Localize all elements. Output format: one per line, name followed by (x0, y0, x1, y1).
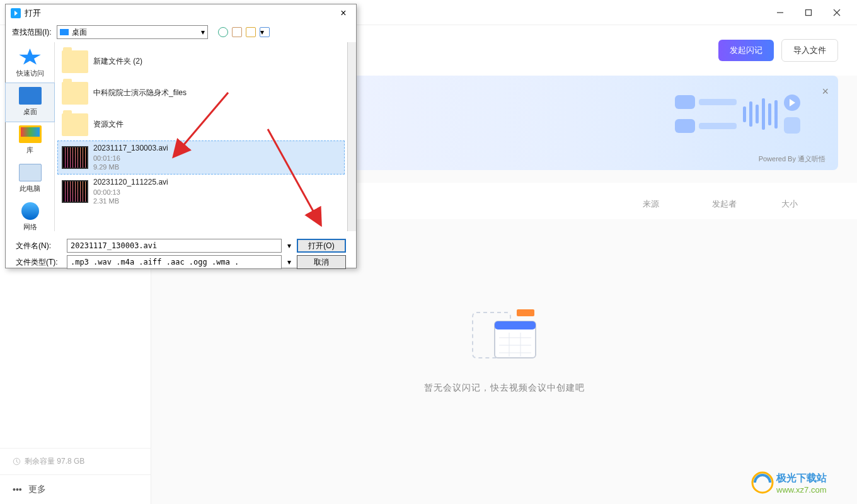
place-quick-access[interactable]: 快速访问 (6, 45, 54, 83)
dlg-app-icon (11, 8, 21, 18)
svg-text:www.xz7.com: www.xz7.com (776, 485, 826, 495)
dialog-titlebar[interactable]: 打开 × (6, 4, 356, 22)
file-item[interactable]: 新建文件夹 (2) (57, 46, 345, 77)
file-name: 新建文件夹 (2) (93, 57, 142, 67)
dlg-places: 快速访问 桌面 库 此电脑 网络 (6, 42, 55, 231)
filetype-label: 文件类型(T): (16, 257, 63, 268)
svg-rect-8 (517, 309, 534, 316)
file-duration: 00:00:13 (93, 188, 168, 197)
filetype-input[interactable] (67, 255, 282, 269)
desktop-icon (60, 29, 69, 35)
file-duration: 00:01:16 (93, 154, 168, 163)
col-initiator: 发起者 (712, 198, 781, 210)
filename-label: 文件名(N): (16, 241, 63, 251)
place-library[interactable]: 库 (6, 122, 54, 160)
place-desktop[interactable]: 桌面 (5, 83, 55, 122)
video-thumb-icon (62, 180, 88, 203)
banner-close-icon[interactable]: × (822, 85, 829, 98)
views-icon[interactable]: ▾ (260, 27, 270, 37)
empty-text: 暂无会议闪记，快去视频会议中创建吧 (151, 382, 857, 394)
open-button[interactable]: 打开(O) (297, 239, 346, 253)
close-button[interactable] (822, 0, 851, 25)
file-name: 资源文件 (93, 120, 124, 130)
lookin-label: 查找范围(I): (12, 27, 52, 38)
minimize-button[interactable] (766, 0, 794, 25)
file-size: 9.29 MB (93, 163, 168, 171)
dialog-title: 打开 (25, 8, 41, 19)
folder-icon (62, 50, 88, 73)
empty-illustration (466, 307, 542, 370)
back-icon[interactable] (218, 27, 228, 37)
folder-icon (62, 113, 88, 136)
cancel-button[interactable]: 取消 (297, 255, 346, 269)
video-thumb-icon (62, 146, 88, 169)
file-name: 20231117_130003.avi (93, 144, 168, 154)
banner-footer: Powered By 通义听悟 (759, 154, 825, 164)
filename-input[interactable] (67, 239, 282, 253)
dlg-scrollbar[interactable] (347, 42, 356, 231)
new-folder-icon[interactable] (246, 27, 256, 37)
flash-note-button[interactable]: 发起闪记 (718, 40, 774, 61)
lookin-value: 桌面 (72, 27, 87, 38)
col-size: 大小 (781, 198, 819, 210)
maximize-button[interactable] (794, 0, 822, 25)
banner-illustration (675, 94, 800, 134)
file-size: 2.31 MB (93, 197, 168, 205)
svg-line-15 (268, 129, 320, 224)
svg-rect-1 (805, 9, 811, 15)
svg-rect-7 (495, 321, 536, 329)
folder-icon (62, 82, 88, 105)
col-source: 来源 (643, 198, 712, 210)
storage-label: 剩余容量 97.8 GB (0, 448, 151, 474)
place-network[interactable]: 网络 (6, 198, 54, 237)
file-name: 20231120_111225.avi (93, 178, 168, 188)
more-button[interactable]: ••• 更多 (0, 474, 151, 504)
svg-text:极光下载站: 极光下载站 (776, 472, 827, 483)
import-file-button[interactable]: 导入文件 (781, 39, 838, 62)
dlg-toolbar: 查找范围(I): 桌面 ▾ ▾ (6, 22, 356, 42)
up-folder-icon[interactable] (232, 27, 242, 37)
svg-line-14 (175, 93, 228, 156)
more-icon: ••• (13, 484, 22, 495)
dlg-close-icon[interactable]: × (336, 8, 351, 19)
empty-state: 暂无会议闪记，快去视频会议中创建吧 (151, 307, 857, 394)
lookin-combo[interactable]: 桌面 ▾ (57, 25, 208, 39)
annotation-arrow-1 (165, 89, 234, 168)
annotation-arrow-2 (258, 126, 334, 236)
watermark: 极光下载站 www.xz7.com (750, 469, 851, 499)
place-thispc[interactable]: 此电脑 (6, 160, 54, 198)
